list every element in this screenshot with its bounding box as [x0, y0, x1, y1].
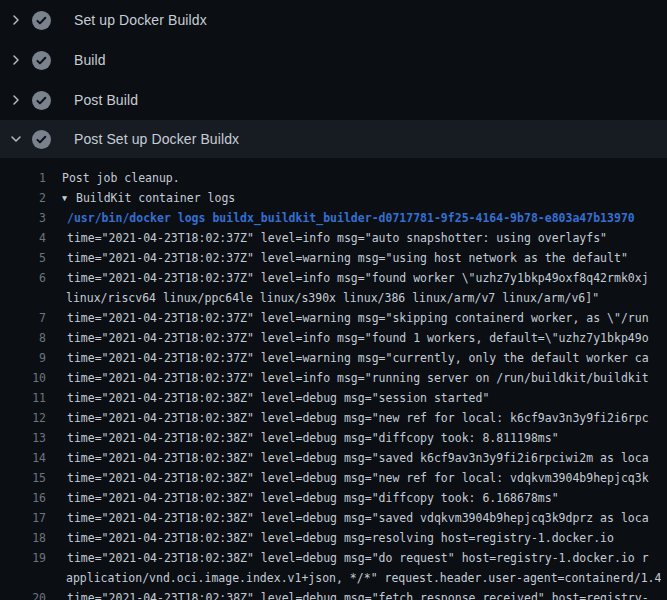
log-line: 11 time="2021-04-23T18:02:38Z" level=deb…: [0, 388, 667, 408]
log-line-number[interactable]: [0, 568, 46, 588]
log-line: 17 time="2021-04-23T18:02:38Z" level=deb…: [0, 508, 667, 528]
log-line-number[interactable]: 14: [0, 448, 46, 468]
step-title: Post Build: [62, 92, 138, 108]
log-line-text: time="2021-04-23T18:02:37Z" level=info m…: [46, 328, 649, 348]
workflow-step-row[interactable]: Set up Docker Buildx: [0, 0, 667, 40]
log-line-text: Post job cleanup.: [46, 168, 180, 188]
log-line-text: linux/riscv64 linux/ppc64le linux/s390x …: [46, 288, 599, 308]
log-line: 1 Post job cleanup.: [0, 168, 667, 188]
log-line: 5 time="2021-04-23T18:02:37Z" level=warn…: [0, 248, 667, 268]
log-line-text: time="2021-04-23T18:02:37Z" level=warnin…: [46, 308, 649, 328]
check-circle-icon: [32, 11, 62, 30]
check-circle-icon: [32, 130, 62, 149]
log-line-text: time="2021-04-23T18:02:38Z" level=debug …: [46, 548, 649, 568]
log-line-number[interactable]: 4: [0, 228, 46, 248]
log-line: 15 time="2021-04-23T18:02:38Z" level=deb…: [0, 468, 667, 488]
log-line-number[interactable]: 9: [0, 348, 46, 368]
log-line-number[interactable]: 16: [0, 488, 46, 508]
chevron-right-icon[interactable]: [0, 92, 32, 108]
log-line-text: time="2021-04-23T18:02:38Z" level=debug …: [46, 408, 649, 428]
log-line: 8 time="2021-04-23T18:02:37Z" level=info…: [0, 328, 667, 348]
log-line-text: time="2021-04-23T18:02:38Z" level=debug …: [46, 388, 489, 408]
log-line-text: /usr/bin/docker logs buildx_buildkit_bui…: [46, 208, 635, 228]
step-title: Build: [62, 52, 106, 68]
log-line: 6 time="2021-04-23T18:02:37Z" level=info…: [0, 268, 667, 288]
log-line: 7 time="2021-04-23T18:02:37Z" level=warn…: [0, 308, 667, 328]
check-circle-icon: [32, 51, 62, 70]
log-line-text: time="2021-04-23T18:02:38Z" level=debug …: [46, 488, 559, 508]
log-line: 9 time="2021-04-23T18:02:37Z" level=warn…: [0, 348, 667, 368]
log-line-number[interactable]: [0, 288, 46, 308]
log-line-text: time="2021-04-23T18:02:38Z" level=debug …: [46, 528, 614, 548]
log-line-text: time="2021-04-23T18:02:37Z" level=warnin…: [46, 248, 628, 268]
log-line-text: time="2021-04-23T18:02:38Z" level=debug …: [46, 428, 559, 448]
log-line-number[interactable]: 18: [0, 528, 46, 548]
log-line-number[interactable]: 2: [0, 188, 46, 208]
log-line-number[interactable]: 12: [0, 408, 46, 428]
log-line: 13 time="2021-04-23T18:02:38Z" level=deb…: [0, 428, 667, 448]
log-line: 16 time="2021-04-23T18:02:38Z" level=deb…: [0, 488, 667, 508]
log-line: 2 ▼BuildKit container logs: [0, 188, 667, 208]
log-line-number[interactable]: 8: [0, 328, 46, 348]
log-line-number[interactable]: 13: [0, 428, 46, 448]
log-line-number[interactable]: 1: [0, 168, 46, 188]
step-log-output: 1 Post job cleanup. 2 ▼BuildKit containe…: [0, 158, 667, 600]
check-circle-icon: [32, 91, 62, 110]
log-line-text: time="2021-04-23T18:02:38Z" level=debug …: [46, 468, 649, 488]
log-group-toggle[interactable]: ▼BuildKit container logs: [46, 188, 235, 208]
log-line-number[interactable]: 17: [0, 508, 46, 528]
log-line-text: time="2021-04-23T18:02:37Z" level=warnin…: [46, 348, 649, 368]
log-line-text: time="2021-04-23T18:02:37Z" level=info m…: [46, 268, 649, 288]
log-line-number[interactable]: 15: [0, 468, 46, 488]
step-title: Set up Docker Buildx: [62, 12, 207, 28]
log-line: 3 /usr/bin/docker logs buildx_buildkit_b…: [0, 208, 667, 228]
chevron-right-icon[interactable]: [0, 12, 32, 28]
log-line-text: time="2021-04-23T18:02:38Z" level=debug …: [46, 448, 649, 468]
log-line-text: time="2021-04-23T18:02:37Z" level=info m…: [46, 228, 607, 248]
workflow-step-list: Set up Docker Buildx Build Post Buil: [0, 0, 667, 158]
chevron-down-icon[interactable]: [0, 131, 32, 147]
log-line: 18 time="2021-04-23T18:02:38Z" level=deb…: [0, 528, 667, 548]
log-line-number[interactable]: 7: [0, 308, 46, 328]
step-title: Post Set up Docker Buildx: [62, 131, 239, 147]
triangle-down-icon[interactable]: ▼: [62, 188, 76, 208]
log-line: 10 time="2021-04-23T18:02:37Z" level=inf…: [0, 368, 667, 388]
log-line: linux/riscv64 linux/ppc64le linux/s390x …: [0, 288, 667, 308]
log-line-text: time="2021-04-23T18:02:38Z" level=debug …: [46, 508, 649, 528]
log-line: 19 time="2021-04-23T18:02:38Z" level=deb…: [0, 548, 667, 568]
log-line-text: time="2021-04-23T18:02:38Z" level=debug …: [46, 588, 649, 600]
log-line: 4 time="2021-04-23T18:02:37Z" level=info…: [0, 228, 667, 248]
log-line-number[interactable]: 11: [0, 388, 46, 408]
log-line: 12 time="2021-04-23T18:02:38Z" level=deb…: [0, 408, 667, 428]
log-line-number[interactable]: 5: [0, 248, 46, 268]
log-line-number[interactable]: 19: [0, 548, 46, 568]
log-line-text: application/vnd.oci.image.index.v1+json,…: [46, 568, 661, 588]
log-line-number[interactable]: 20: [0, 588, 46, 600]
log-line-text: time="2021-04-23T18:02:37Z" level=info m…: [46, 368, 649, 388]
log-line-number[interactable]: 3: [0, 208, 46, 228]
log-line: 14 time="2021-04-23T18:02:38Z" level=deb…: [0, 448, 667, 468]
log-line: 20 time="2021-04-23T18:02:38Z" level=deb…: [0, 588, 667, 600]
log-line-number[interactable]: 6: [0, 268, 46, 288]
log-line-number[interactable]: 10: [0, 368, 46, 388]
workflow-step-row[interactable]: Build: [0, 40, 667, 80]
workflow-step-row[interactable]: Post Build: [0, 80, 667, 120]
chevron-right-icon[interactable]: [0, 52, 32, 68]
log-line: application/vnd.oci.image.index.v1+json,…: [0, 568, 667, 588]
workflow-step-row[interactable]: Post Set up Docker Buildx: [0, 120, 667, 158]
actions-log-viewer: Set up Docker Buildx Build Post Buil: [0, 0, 667, 600]
